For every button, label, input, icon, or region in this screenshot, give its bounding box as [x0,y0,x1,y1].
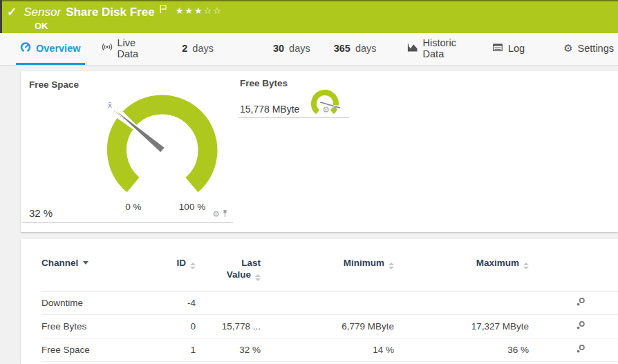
tab-label: Log [508,43,525,54]
channel-last-value: 15,778 ... [196,315,261,338]
channel-id: -4 [156,291,196,315]
area-chart-icon [407,42,418,55]
pin-icon[interactable] [222,208,228,220]
column-header-channel[interactable]: Channel [41,239,156,291]
channel-minimum [261,291,394,315]
tab-label: Live Data [118,37,141,59]
channel-minimum: 14 % [261,338,394,362]
tab-bar: Overview Live Data 2 days 30 days 365 da… [0,33,618,66]
sensor-kind-label: Sensor [24,6,61,19]
gauge-scale-min: 0 % [125,202,141,212]
log-icon [492,42,503,55]
channel-last-value: 32 % [196,338,261,362]
sort-icon [523,262,529,269]
channel-settings-icon[interactable] [576,322,586,332]
free-space-gauge: x̄ 0 % 100 % [83,86,228,219]
tab-overview[interactable]: Overview [16,33,85,65]
gauge-value: 32 % [29,207,53,219]
table-row-free-space: Free Space 1 32 % 14 % 36 % [41,338,618,362]
channel-name: Downtime [41,291,156,315]
channel-settings-icon[interactable] [576,345,586,356]
gear-icon[interactable]: ⚙ [212,210,220,218]
channel-name: Free Space [41,338,156,362]
gauge-icon [20,41,31,55]
channel-minimum: 6,779 MByte [261,315,394,338]
tab-2-days[interactable]: 2 days [178,33,218,65]
channel-last-value [196,291,261,315]
sort-icon [388,262,394,269]
tab-historic-data[interactable]: Historic Data [403,33,460,65]
channel-maximum: 36 % [394,338,529,362]
table-row-free-bytes: Free Bytes 0 15,778 ... 6,779 MByte 17,3… [41,315,618,338]
sort-desc-icon [83,261,88,265]
sort-icon [190,262,196,269]
tab-live-data[interactable]: Live Data [97,33,145,65]
tab-30-days[interactable]: 30 days [269,33,315,65]
channel-settings-icon[interactable] [576,298,586,309]
priority-stars[interactable]: ★★★☆☆ [176,6,223,16]
column-header-minimum[interactable]: Minimum [261,239,394,291]
tab-label: Settings [578,43,614,54]
gear-icon[interactable]: ⚙ [322,106,330,114]
tab-settings[interactable]: ⚙ Settings [559,33,618,65]
channel-maximum [394,291,529,315]
column-header-last-value[interactable]: Last Value [196,239,261,291]
free-space-gauge-widget: Free Space x̄ 0 % 100 % 32 % ⚙ [22,71,233,223]
gauge-title: Free Space [29,79,79,90]
sensor-title-row: ✓ Sensor Share Disk Free ★★★☆☆ [7,5,223,19]
status-check-icon: ✓ [7,5,17,19]
sensor-header: ✓ Sensor Share Disk Free ★★★☆☆ OK [0,0,618,33]
column-header-id[interactable]: ID [156,239,196,291]
sort-icon [255,274,261,281]
overview-panel: Free Space x̄ 0 % 100 % 32 % ⚙ Free Byte… [21,71,618,232]
gear-icon: ⚙ [563,43,572,53]
broadcast-icon [102,41,113,55]
tab-log[interactable]: Log [488,33,529,65]
gauge-title: Free Bytes [240,78,288,88]
table-row-downtime: Downtime -4 [41,291,618,315]
status-badge: OK [35,21,48,31]
channel-name: Free Bytes [41,315,156,338]
column-header-actions [529,239,618,291]
pin-icon[interactable] [332,104,338,116]
channels-panel: Channel ID Last Value Minimum Maximum [21,239,618,364]
channel-id: 1 [156,338,196,362]
channel-maximum: 17,327 MByte [394,315,529,338]
channels-table: Channel ID Last Value Minimum Maximum [41,239,618,362]
gauge-value: 15,778 MByte [240,104,299,115]
tab-365-days[interactable]: 365 days [330,33,381,65]
column-header-maximum[interactable]: Maximum [394,239,529,291]
tab-label: Historic Data [423,37,456,59]
table-header-row: Channel ID Last Value Minimum Maximum [41,239,618,291]
prtg-sensor-page: ✓ Sensor Share Disk Free ★★★☆☆ OK Overvi… [0,0,618,364]
free-bytes-gauge-widget: Free Bytes 15,778 MByte ⚙ [238,71,349,118]
sensor-name: Share Disk Free [66,6,155,19]
gauge-scale-max: 100 % [179,202,205,212]
gauge-mean-marker: x̄ [108,101,112,109]
tab-label: Overview [36,43,81,54]
channel-id: 0 [156,315,196,338]
flag-icon[interactable] [159,4,167,17]
